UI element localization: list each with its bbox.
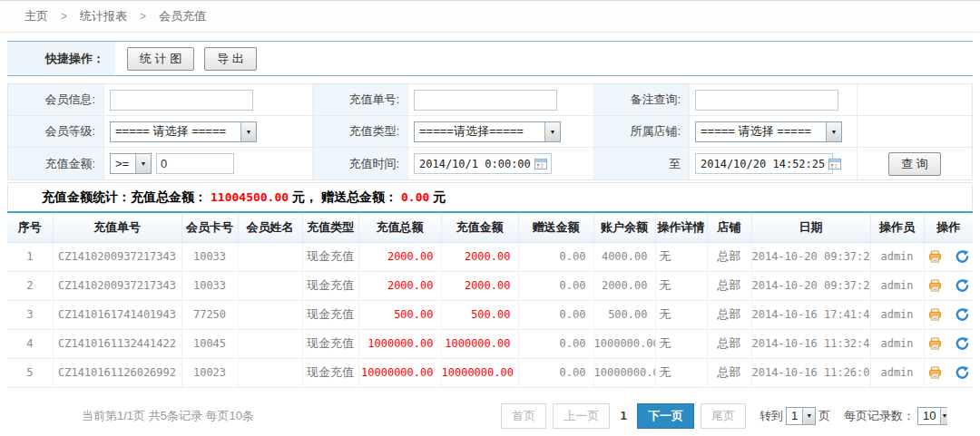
time-to-input[interactable]: 2014/10/20 14:52:25: [695, 153, 833, 174]
table-row: 5 CZ1410161126026992 10023 现金充值 10000000…: [7, 358, 973, 387]
chevron-down-icon: ▼: [135, 154, 151, 173]
search-button[interactable]: 查 询: [888, 152, 941, 176]
refresh-icon[interactable]: [956, 279, 969, 293]
cell-shop: 总部: [707, 300, 751, 329]
breadcrumb-reports[interactable]: 统计报表: [80, 9, 127, 23]
goto-label: 转到: [760, 408, 783, 424]
print-icon[interactable]: [928, 337, 942, 351]
member-level-select[interactable]: ===== 请选择 =====▼: [110, 121, 257, 142]
cell-detail: 无: [655, 300, 707, 329]
cell-detail: 无: [655, 242, 707, 271]
col-header-balance: 账户余额: [593, 212, 655, 242]
cell-date: 2014-10-16 11:26:02: [751, 358, 870, 387]
shop-select[interactable]: ===== 请选择 =====▼: [695, 121, 842, 142]
breadcrumb-separator: >: [61, 10, 67, 23]
cell-amount: 10000000.00: [441, 358, 518, 387]
cell-operator: admin: [870, 271, 924, 300]
cell-recharge-type: 现金充值: [302, 358, 358, 387]
calendar-icon[interactable]: [828, 158, 841, 170]
chevron-down-icon: ▼: [940, 408, 947, 424]
quick-operations-bar: 快捷操作： 统 计 图 导 出: [7, 41, 973, 76]
amount-operator-select[interactable]: >=▼: [110, 153, 152, 174]
remark-input[interactable]: [695, 90, 838, 111]
cell-recharge-type: 现金充值: [302, 271, 358, 300]
cell-balance: 2000.00: [593, 271, 655, 300]
cell-no: 2: [7, 271, 53, 300]
cell-recharge-type: 现金充值: [302, 300, 358, 329]
refresh-icon[interactable]: [956, 308, 969, 322]
cell-balance: 500.00: [593, 300, 655, 329]
cell-balance: 1000000.00: [593, 329, 655, 358]
amount-operator-value: >=: [111, 157, 135, 170]
print-icon[interactable]: [928, 308, 942, 322]
refresh-icon[interactable]: [956, 366, 969, 380]
summary-total-unit: 元，: [292, 189, 318, 204]
table-row: 1 CZ1410200937217343 10033 现金充值 2000.00 …: [7, 242, 973, 271]
cell-date: 2014-10-16 17:41:40: [751, 300, 870, 329]
last-page-button[interactable]: 尾页: [701, 403, 746, 429]
cell-card-no: 10033: [181, 271, 238, 300]
pagination-info: 当前第1/1页 共5条记录 每页10条: [7, 408, 254, 424]
cell-no: 4: [7, 329, 53, 358]
recharge-type-label: 充值类型:: [313, 116, 408, 148]
print-icon[interactable]: [928, 279, 942, 293]
shop-label: 所属店铺:: [594, 116, 690, 148]
cell-no: 5: [7, 358, 53, 387]
print-icon[interactable]: [928, 250, 942, 264]
goto-page-select[interactable]: 1▼: [786, 407, 816, 425]
cell-total: 2000.00: [358, 242, 441, 271]
cell-gift: 0.00: [518, 271, 593, 300]
cell-member-name: [238, 358, 302, 387]
amount-input[interactable]: [156, 153, 234, 174]
cell-gift: 0.00: [518, 242, 593, 271]
cell-balance: 10000000.00: [593, 358, 655, 387]
refresh-icon[interactable]: [956, 337, 969, 351]
cell-amount: 2000.00: [441, 271, 518, 300]
export-button[interactable]: 导 出: [204, 47, 257, 71]
next-page-button[interactable]: 下一页: [637, 403, 694, 429]
cell-actions: [924, 358, 973, 387]
cell-total: 2000.00: [358, 271, 441, 300]
time-from-value: 2014/10/1 0:00:00: [419, 158, 531, 170]
current-page-number: 1: [620, 409, 627, 422]
cell-amount: 1000000.00: [441, 329, 518, 358]
cell-operator: admin: [870, 329, 924, 358]
recharge-type-value: =====请选择=====: [415, 123, 544, 140]
shop-value: ===== 请选择 =====: [696, 123, 826, 140]
cell-actions: [924, 300, 973, 329]
cell-amount: 500.00: [441, 300, 518, 329]
cell-card-no: 10045: [181, 329, 238, 358]
col-header-name: 会员姓名: [238, 212, 302, 242]
time-from-input[interactable]: 2014/10/1 0:00:00: [414, 153, 552, 174]
table-row: 3 CZ1410161741401943 77250 现金充值 500.00 5…: [7, 300, 973, 329]
recharge-type-select[interactable]: =====请选择=====▼: [414, 121, 561, 142]
breadcrumb-home[interactable]: 主页: [24, 9, 48, 23]
cell-card-no: 77250: [181, 300, 238, 329]
time-to-value: 2014/10/20 14:52:25: [701, 158, 825, 170]
recharge-table: 序号 充值单号 会员卡号 会员姓名 充值类型 充值总额 充值金额 赠送金额 账户…: [7, 211, 973, 388]
member-info-input[interactable]: [110, 90, 253, 111]
prev-page-button[interactable]: 上一页: [553, 403, 610, 429]
cell-order-no: CZ1410200937217343: [53, 271, 181, 300]
cell-date: 2014-10-16 11:32:44: [751, 329, 870, 358]
cell-operator: admin: [870, 300, 924, 329]
cell-member-name: [238, 329, 302, 358]
goto-suffix: 页: [818, 408, 830, 424]
cell-amount: 2000.00: [441, 242, 518, 271]
cell-shop: 总部: [707, 271, 751, 300]
cell-detail: 无: [655, 358, 707, 387]
col-header-operator: 操作员: [870, 212, 924, 242]
recharge-no-input[interactable]: [414, 90, 557, 111]
cell-order-no: CZ1410161741401943: [53, 300, 181, 329]
col-header-type: 充值类型: [302, 212, 358, 242]
calendar-icon[interactable]: [534, 158, 547, 170]
cell-recharge-type: 现金充值: [302, 242, 358, 271]
chart-button[interactable]: 统 计 图: [127, 47, 194, 71]
cell-recharge-type: 现金充值: [302, 329, 358, 358]
cell-order-no: CZ1410161126026992: [53, 358, 181, 387]
per-page-select[interactable]: 10▼: [917, 407, 947, 425]
refresh-icon[interactable]: [956, 250, 969, 264]
print-icon[interactable]: [928, 366, 942, 380]
recharge-no-label: 充值单号:: [313, 84, 408, 116]
first-page-button[interactable]: 首页: [501, 403, 546, 429]
